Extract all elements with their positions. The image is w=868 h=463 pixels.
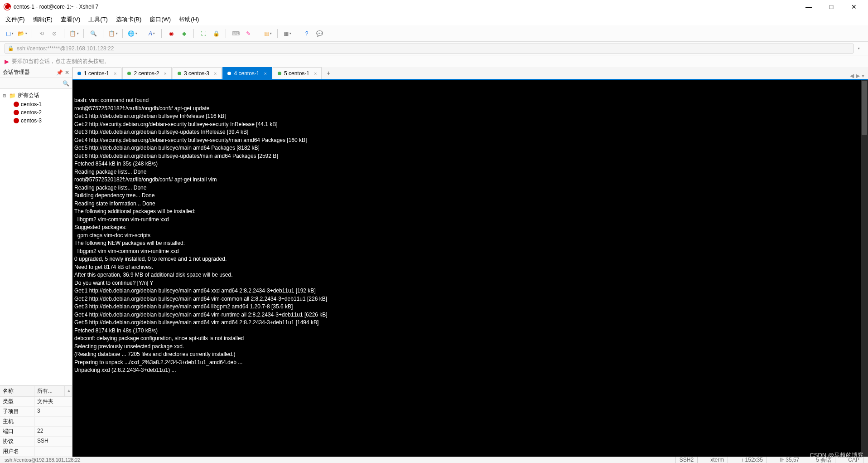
infobar: ▶ 要添加当前会话，点击左侧的箭头按钮。 <box>0 55 868 67</box>
status-dot-icon <box>178 72 181 75</box>
status-caps: CAP <box>844 457 863 463</box>
tab-label: 1 centos-1 <box>84 70 109 77</box>
addressbar: 🔒 ssh://centos:******@192.168.101.128:22… <box>0 42 868 55</box>
keyboard-button[interactable]: ⌨ <box>231 29 241 39</box>
separator <box>64 29 64 38</box>
tab-centos-1[interactable]: 5 centos-1× <box>273 67 322 79</box>
search-button[interactable]: 🔍 <box>88 29 98 39</box>
tab-list-button[interactable]: ▾ <box>862 73 864 79</box>
terminal-scrollbar[interactable] <box>861 80 868 457</box>
help-button[interactable]: ? <box>302 29 312 39</box>
separator <box>83 29 84 38</box>
tab-label: 4 centos-1 <box>234 70 259 77</box>
scroll-up-icon[interactable]: ▴ <box>65 386 72 396</box>
session-label: centos-2 <box>21 109 42 116</box>
props-val: 文件夹 <box>34 397 72 406</box>
session-item[interactable]: centos-3 <box>0 117 72 125</box>
toolbar: ▢▾ 📂▾ ⟲ ⊘ 📋▾ 🔍 📋▾ 🌐▾ A▾ ◉ ◆ ⛶ 🔒 ⌨ ✎ ▦▾ ▦… <box>0 25 868 42</box>
status-term: xterm <box>707 457 728 463</box>
props-header-name[interactable]: 名称 <box>0 386 34 396</box>
lock-icon: 🔒 <box>8 45 14 51</box>
disconnect-button[interactable]: ⊘ <box>49 29 59 39</box>
tab-close-button[interactable]: × <box>164 71 167 76</box>
titlebar: centos-1 - root@core-1:~ - Xshell 7 — □ … <box>0 0 868 14</box>
tree-root[interactable]: ⊟ 📁 所有会话 <box>0 91 72 100</box>
tab-centos-3[interactable]: 3 centos-3× <box>173 67 222 79</box>
separator <box>193 29 194 38</box>
xshell-button[interactable]: ◉ <box>166 29 176 39</box>
tab-next-button[interactable]: ▶ <box>856 73 860 79</box>
new-session-button[interactable]: ▢▾ <box>5 29 14 39</box>
close-button[interactable]: ✕ <box>847 2 861 11</box>
tab-label: 2 centos-2 <box>134 70 159 77</box>
status-size: ⫞ 152x35 <box>737 457 767 463</box>
panel-close-icon[interactable]: ✕ <box>65 69 69 76</box>
props-key: 主机 <box>0 417 34 426</box>
session-item[interactable]: centos-1 <box>0 100 72 108</box>
session-icon <box>14 102 19 107</box>
menu-help[interactable]: 帮助(H) <box>179 15 199 24</box>
paste-button[interactable]: 📋▾ <box>108 29 118 39</box>
reconnect-button[interactable]: ⟲ <box>37 29 47 39</box>
separator <box>122 29 123 38</box>
props-row: 用户名 <box>0 447 72 457</box>
status-dot-icon <box>77 72 81 75</box>
font-button[interactable]: A▾ <box>147 29 157 39</box>
tab-centos-1[interactable]: 1 centos-1× <box>72 67 121 79</box>
menu-tools[interactable]: 工具(T) <box>88 15 108 24</box>
props-row: 端口22 <box>0 427 72 437</box>
chat-button[interactable]: 💬 <box>314 29 324 39</box>
terminal[interactable]: bash: vim: command not found root@575725… <box>72 80 868 457</box>
session-label: centos-1 <box>21 101 42 107</box>
props-header-all[interactable]: 所有... <box>34 386 65 396</box>
props-row: 协议SSH <box>0 437 72 447</box>
props-row: 主机 <box>0 417 72 427</box>
menu-view[interactable]: 查看(V) <box>61 15 80 24</box>
status-dot-icon <box>227 72 231 75</box>
app-icon <box>4 3 11 10</box>
address-dropdown[interactable]: ▾ <box>854 44 863 54</box>
highlight-button[interactable]: ✎ <box>243 29 253 39</box>
statusbar: ssh://centos@192.168.101.128:22 SSH2 xte… <box>0 457 868 463</box>
maximize-button[interactable]: □ <box>825 2 838 11</box>
tab-close-button[interactable]: × <box>114 71 116 76</box>
scrollbar-thumb[interactable] <box>862 81 867 135</box>
pin-icon[interactable]: 📌 <box>56 69 63 76</box>
tab-centos-2[interactable]: 2 centos-2× <box>122 67 171 79</box>
fullscreen-button[interactable]: ⛶ <box>198 29 208 39</box>
layout-button[interactable]: ▦▾ <box>263 29 273 39</box>
menu-tabs[interactable]: 选项卡(B) <box>116 15 141 24</box>
globe-button[interactable]: 🌐▾ <box>127 29 137 39</box>
menu-file[interactable]: 文件(F) <box>5 15 25 24</box>
new-tab-button[interactable]: + <box>323 67 334 79</box>
tab-close-button[interactable]: × <box>264 71 267 76</box>
menu-edit[interactable]: 编辑(E) <box>33 15 53 24</box>
properties-table: 名称 所有... ▴ 类型文件夹子项目3主机端口22协议SSH用户名 <box>0 385 72 457</box>
menubar: 文件(F) 编辑(E) 查看(V) 工具(T) 选项卡(B) 窗口(W) 帮助(… <box>0 14 868 25</box>
pin-arrow-icon[interactable]: ▶ <box>5 58 9 65</box>
xftp-button[interactable]: ◆ <box>179 29 189 39</box>
sidebar-search[interactable]: 🔍 <box>0 78 72 89</box>
folder-icon: 📁 <box>9 93 16 99</box>
tab-prev-button[interactable]: ◀ <box>850 73 854 79</box>
tab-centos-1[interactable]: 4 centos-1× <box>222 67 271 79</box>
separator <box>297 29 297 38</box>
tab-close-button[interactable]: × <box>214 71 217 76</box>
tab-bar: 1 centos-1×2 centos-2×3 centos-3×4 cento… <box>72 67 868 80</box>
address-field[interactable]: 🔒 ssh://centos:******@192.168.101.128:22 <box>5 44 854 54</box>
tree-collapse-icon[interactable]: ⊟ <box>3 93 7 98</box>
tile-button[interactable]: ▦▾ <box>282 29 292 39</box>
tab-label: 3 centos-3 <box>184 70 209 77</box>
minimize-button[interactable]: — <box>802 2 815 11</box>
props-row: 类型文件夹 <box>0 397 72 407</box>
open-button[interactable]: 📂▾ <box>17 29 27 39</box>
status-dot-icon <box>278 72 281 75</box>
tab-close-button[interactable]: × <box>314 71 317 76</box>
props-val: 3 <box>34 407 72 416</box>
status-ssh: SSH2 <box>676 457 698 463</box>
status-sessions: 5 会话 <box>812 456 835 463</box>
lock-button[interactable]: 🔒 <box>211 29 221 39</box>
copy-button[interactable]: 📋▾ <box>69 29 79 39</box>
session-item[interactable]: centos-2 <box>0 108 72 117</box>
menu-window[interactable]: 窗口(W) <box>149 15 171 24</box>
